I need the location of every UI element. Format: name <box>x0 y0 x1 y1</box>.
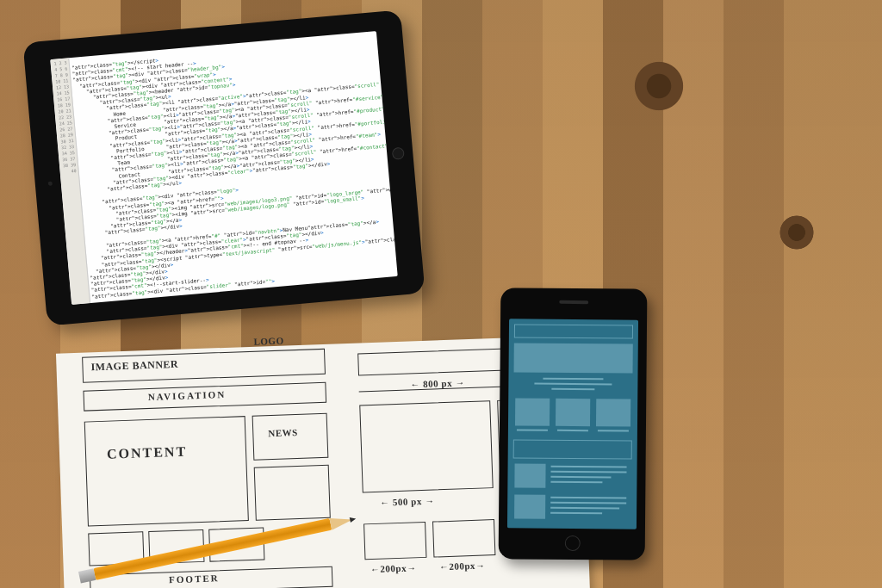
mock-text <box>551 388 594 390</box>
wf-sidebar-box <box>254 465 331 521</box>
mock-thumb <box>514 463 545 487</box>
phone-screen <box>507 319 638 529</box>
wf-news-label: NEWS <box>268 427 298 438</box>
tablet-camera <box>48 181 53 185</box>
wf-r-main <box>359 400 493 492</box>
phone-speaker <box>559 300 588 304</box>
editor-code: "attr">class="tag"></script> "attr">clas… <box>71 38 394 299</box>
wf-content-label: CONTENT <box>107 443 188 461</box>
wf-dim-200b: ←200px→ <box>439 560 486 572</box>
mock-text <box>550 497 626 499</box>
mock-text <box>550 481 602 484</box>
mock-text <box>534 383 612 386</box>
wood-knot <box>629 60 689 112</box>
wood-knot <box>775 215 818 250</box>
mock-text <box>550 512 602 515</box>
desk-scene: LOGO IMAGE BANNER NAVIGATION CONTENT NEW… <box>0 0 882 588</box>
mock-text <box>551 466 627 468</box>
phone-device <box>499 288 648 560</box>
mock-thumb <box>514 494 545 518</box>
mock-text <box>543 378 603 381</box>
mock-text <box>550 476 611 479</box>
phone-home-button <box>565 535 581 551</box>
mock-text <box>551 471 627 473</box>
wf-content <box>84 416 249 526</box>
wf-footer-label: FOOTER <box>169 573 220 585</box>
mock-card <box>515 398 550 425</box>
tablet-device: 1 2 3 4 5 6 7 8 9 10 11 12 13 14 15 16 1… <box>22 9 425 325</box>
mock-text <box>598 430 629 431</box>
mock-row <box>513 439 632 459</box>
mock-hero <box>514 343 633 373</box>
mock-text <box>517 429 548 430</box>
wf-r-thumb <box>432 519 495 557</box>
mock-text <box>550 507 619 510</box>
mock-text <box>557 430 588 431</box>
mock-header <box>514 324 633 338</box>
wf-dim-200a: ←200px→ <box>370 562 417 574</box>
pencil-lead <box>350 517 357 523</box>
mock-card <box>556 399 590 426</box>
wf-r-thumb <box>363 522 426 560</box>
tablet-home-button <box>392 147 405 160</box>
tablet-screen: 1 2 3 4 5 6 7 8 9 10 11 12 13 14 15 16 1… <box>50 31 397 305</box>
mock-card <box>596 399 630 426</box>
wf-logo-label: LOGO <box>253 335 283 346</box>
mock-text <box>550 502 626 504</box>
